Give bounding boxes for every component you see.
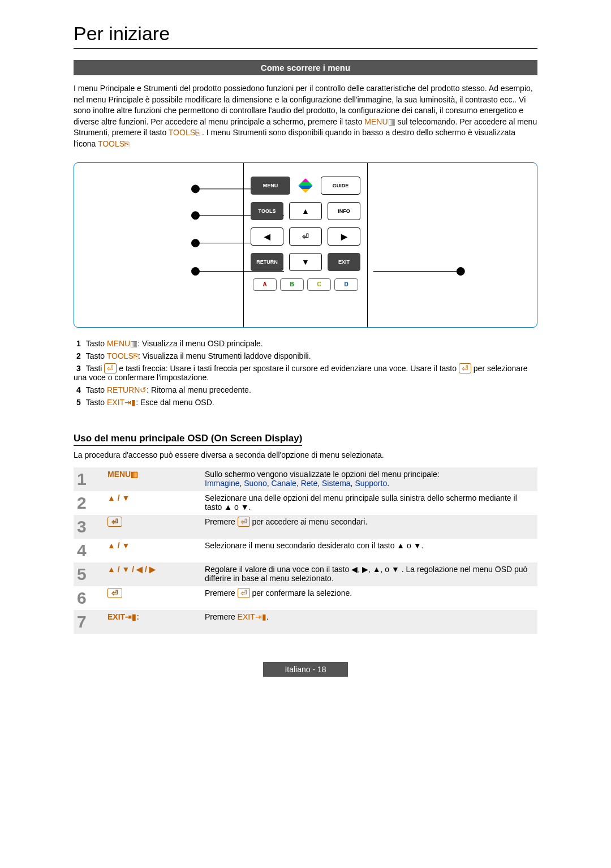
menu-icon: ▥	[131, 470, 138, 479]
remote-guide-button[interactable]: GUIDE	[321, 177, 360, 195]
remote-tools-button[interactable]: TOOLS	[251, 202, 283, 220]
step-number: 3	[74, 515, 104, 539]
step-description: Sullo schermo vengono visualizzate le op…	[201, 467, 537, 491]
step-number: 4	[74, 539, 104, 562]
exit-icon: ⇥▮	[125, 612, 136, 621]
menu-keyword: MENU▥	[364, 117, 395, 126]
step-description: Selezionare una delle opzioni del menu p…	[201, 491, 537, 515]
step-number: 2	[74, 491, 104, 515]
enter-icon: ⏎	[459, 363, 471, 373]
legend-item: 1 Tasto MENU▥: Visualizza il menu OSD pr…	[74, 339, 537, 348]
remote-return-button[interactable]: RETURN	[251, 253, 283, 271]
osd-steps-table: 1 MENU▥ Sullo schermo vengono visualizza…	[74, 467, 537, 634]
remote-info-button[interactable]: INFO	[328, 202, 360, 220]
legend-item: 2 Tasto TOOLS⎘: Visualizza il menu Strum…	[74, 351, 537, 360]
exit-icon: ⇥▮	[255, 612, 266, 621]
tools-icon: ⎘	[134, 351, 138, 360]
enter-icon: ⏎	[104, 363, 117, 373]
page-title: Per iniziare	[74, 23, 537, 49]
exit-icon: ⇥▮	[124, 398, 136, 407]
osd-heading: Uso del menu principale OSD (On Screen D…	[74, 433, 302, 446]
tools-keyword-2: TOOLS⎘	[98, 139, 129, 148]
remote-menu-button[interactable]: MENU	[251, 177, 290, 195]
step-number: 7	[74, 610, 104, 634]
remote-color-b-button[interactable]: B	[280, 278, 304, 291]
svg-text:5: 5	[459, 268, 463, 274]
remote-down-button[interactable]: ▼	[289, 253, 322, 271]
step-description: Premere ⏎ per accedere ai menu secondari…	[201, 515, 537, 539]
remote-left-button[interactable]: ◀	[251, 227, 283, 246]
tools-icon: ⎘	[195, 128, 200, 137]
section-banner: Come scorrere i menu	[74, 60, 537, 75]
remote-color-c-button[interactable]: C	[307, 278, 331, 291]
remote-logo-icon	[296, 177, 315, 195]
remote-up-button[interactable]: ▲	[289, 202, 322, 220]
menu-icon: ▥	[388, 117, 395, 126]
step-number: 6	[74, 586, 104, 610]
step-row: 4 ▲ / ▼ Selezionare il menu secondario d…	[74, 539, 537, 562]
menu-link[interactable]: Canale	[272, 479, 296, 488]
enter-icon: ⏎	[238, 588, 250, 598]
menu-link[interactable]: Sistema	[322, 479, 351, 488]
menu-link[interactable]: Immagine	[205, 479, 239, 488]
page-footer: Italiano - 18	[263, 662, 348, 677]
remote-color-d-button[interactable]: D	[334, 278, 358, 291]
menu-icon: ▥	[130, 339, 137, 348]
svg-text:4: 4	[194, 268, 197, 274]
remote-diagram: 1 2 3 4 5 MENU GUIDE TOOLS ▲ INFO	[74, 162, 537, 328]
menu-link[interactable]: Suono	[244, 479, 266, 488]
remote-right-button[interactable]: ▶	[328, 227, 360, 246]
step-row: 7 EXIT⇥▮: Premere EXIT⇥▮.	[74, 610, 537, 634]
step-description: Selezionare il menu secondario desiderat…	[201, 539, 537, 562]
step-control: ▲ / ▼	[107, 493, 130, 502]
remote-color-a-button[interactable]: A	[253, 278, 277, 291]
return-icon: ↺	[140, 385, 147, 394]
step-description: Regolare il valore di una voce con il ta…	[201, 562, 537, 586]
intro-paragraph: I menu Principale e Strumenti del prodot…	[74, 83, 537, 150]
step-row: 1 MENU▥ Sullo schermo vengono visualizza…	[74, 467, 537, 491]
svg-text:3: 3	[194, 240, 197, 246]
remote-enter-button[interactable]: ⏎	[289, 227, 322, 246]
step-row: 3 ⏎ Premere ⏎ per accedere ai menu secon…	[74, 515, 537, 539]
tools-keyword: TOOLS⎘	[169, 128, 200, 137]
step-description: Premere ⏎ per confermare la selezione.	[201, 586, 537, 610]
step-row: 5 ▲ / ▼ / ◀ / ▶ Regolare il valore di un…	[74, 562, 537, 586]
step-description: Premere EXIT⇥▮.	[201, 610, 537, 634]
menu-link[interactable]: Rete	[301, 479, 318, 488]
legend-item: 5 Tasto EXIT⇥▮: Esce dal menu OSD.	[74, 398, 537, 407]
svg-text:1: 1	[194, 186, 197, 192]
remote-exit-button[interactable]: EXIT	[328, 253, 360, 271]
remote-legend: 1 Tasto MENU▥: Visualizza il menu OSD pr…	[74, 339, 537, 407]
menu-link[interactable]: Supporto	[355, 479, 387, 488]
step-number: 5	[74, 562, 104, 586]
tools-icon: ⎘	[124, 139, 129, 148]
step-control: EXIT⇥▮:	[107, 612, 139, 621]
osd-intro: La procedura d'accesso può essere divers…	[74, 450, 537, 459]
svg-text:2: 2	[194, 212, 197, 218]
enter-icon: ⏎	[238, 517, 250, 527]
enter-icon: ⏎	[107, 517, 122, 527]
step-row: 2 ▲ / ▼ Selezionare una delle opzioni de…	[74, 491, 537, 515]
enter-icon: ⏎	[107, 588, 122, 598]
step-control: ▲ / ▼	[107, 541, 130, 550]
legend-item: 4 Tasto RETURN↺: Ritorna al menu precede…	[74, 385, 537, 394]
step-number: 1	[74, 467, 104, 491]
step-control: ▲ / ▼ / ◀ / ▶	[107, 565, 156, 574]
step-row: 6 ⏎ Premere ⏎ per confermare la selezion…	[74, 586, 537, 610]
legend-item: 3 Tasti ⏎ e tasti freccia: Usare i tasti…	[74, 364, 537, 382]
remote-body: MENU GUIDE TOOLS ▲ INFO ◀ ⏎ ▶ RETURN ▼ E…	[243, 163, 368, 327]
step-control: MENU▥	[107, 470, 138, 479]
